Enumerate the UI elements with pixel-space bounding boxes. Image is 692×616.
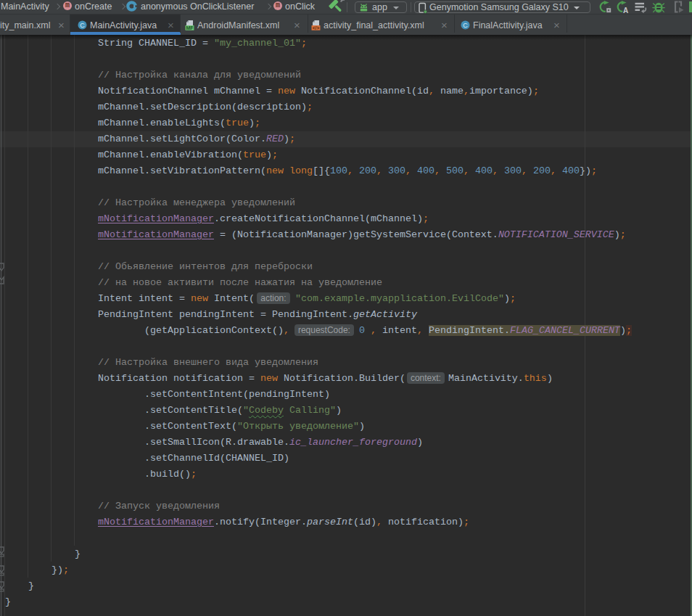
svg-text:C: C [463,22,468,29]
svg-text:C: C [80,22,85,29]
svg-text:MF: MF [186,25,194,30]
svg-text:</>: </> [313,25,320,30]
svg-text:A: A [623,7,628,14]
